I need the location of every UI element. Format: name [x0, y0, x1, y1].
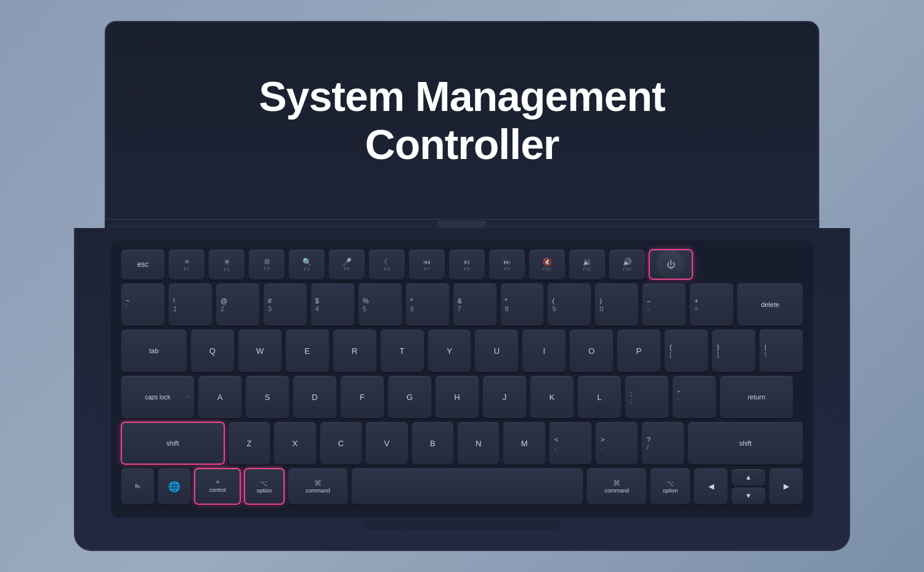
key-r[interactable]: R: [333, 329, 377, 372]
key-arrow-right[interactable]: ▶: [769, 468, 803, 505]
key-command-right[interactable]: ⌘ command: [586, 468, 647, 505]
key-bracket-right[interactable]: } ]: [711, 329, 756, 372]
key-0[interactable]: ) 0: [594, 283, 639, 326]
caps-lock-indicator: [186, 396, 189, 399]
fn-row: esc ☀ F1 ☀ F2 ⊞ F3 🔍 F4: [121, 249, 803, 280]
key-5[interactable]: % 5: [358, 283, 402, 326]
number-row: ~ ` ! 1 @ 2 # 3 $ 4: [121, 283, 803, 326]
zxcv-row: shift Z X C V B N M < , > . ?: [121, 422, 803, 465]
key-f1[interactable]: ☀ F1: [168, 249, 205, 280]
key-n[interactable]: N: [457, 422, 500, 465]
key-8[interactable]: * 8: [500, 283, 545, 326]
key-d[interactable]: D: [293, 375, 337, 419]
key-globe[interactable]: 🌐: [158, 468, 192, 505]
key-h[interactable]: H: [435, 375, 479, 419]
screen-title: System Management Controller: [259, 72, 665, 168]
key-i[interactable]: I: [522, 329, 566, 372]
key-f4[interactable]: 🔍 F4: [288, 249, 325, 280]
key-e[interactable]: E: [285, 329, 330, 372]
key-command-left[interactable]: ⌘ command: [288, 468, 348, 505]
asdf-row: caps lock A S D F G H J K L : ; " ': [121, 375, 803, 419]
key-c[interactable]: C: [320, 422, 362, 465]
key-quote[interactable]: " ': [672, 375, 716, 419]
key-semicolon[interactable]: : ;: [625, 375, 669, 419]
key-esc[interactable]: esc: [121, 249, 165, 280]
key-u[interactable]: U: [474, 329, 519, 372]
key-w[interactable]: W: [238, 329, 282, 372]
key-f2[interactable]: ☀ F2: [208, 249, 245, 280]
key-option-right[interactable]: ⌥ option: [650, 468, 691, 505]
title-line1: System Management: [259, 73, 665, 120]
key-f12[interactable]: 🔊 F12: [609, 249, 646, 280]
key-7[interactable]: & 7: [453, 283, 497, 326]
key-arrow-down[interactable]: ▼: [731, 487, 766, 505]
trackpad-hint: [363, 520, 561, 530]
key-j[interactable]: J: [482, 375, 527, 419]
key-fn[interactable]: fn: [121, 468, 155, 505]
key-shift-left[interactable]: shift: [121, 422, 225, 465]
key-y[interactable]: Y: [428, 329, 472, 372]
hinge-notch: [437, 221, 487, 227]
key-backtick[interactable]: ~ `: [121, 283, 165, 326]
key-delete[interactable]: delete: [737, 283, 803, 326]
key-equals[interactable]: + =: [689, 283, 734, 326]
title-line2: Controller: [365, 121, 559, 168]
bottom-row: fn 🌐 ^ control ⌥ option ⌘ command: [121, 468, 803, 505]
laptop-lid: System Management Controller: [105, 21, 819, 220]
qwerty-row: tab Q W E R T Y U I O P { [ } ]: [121, 329, 803, 372]
key-l[interactable]: L: [577, 375, 622, 419]
key-3[interactable]: # 3: [263, 283, 307, 326]
key-f11[interactable]: 🔉 F11: [569, 249, 606, 280]
key-return[interactable]: return: [719, 375, 793, 419]
key-bracket-left[interactable]: { [: [664, 329, 708, 372]
keyboard-body: esc ☀ F1 ☀ F2 ⊞ F3 🔍 F4: [74, 228, 850, 551]
key-6[interactable]: ^ 6: [405, 283, 450, 326]
key-shift-right[interactable]: shift: [687, 422, 803, 465]
macbook-container: System Management Controller esc ☀ F1 ☀ …: [62, 21, 862, 551]
key-v[interactable]: V: [365, 422, 408, 465]
arrow-keys: ◀ ▲ ▼ ▶: [694, 468, 803, 505]
key-control[interactable]: ^ control: [194, 468, 241, 505]
key-a[interactable]: A: [198, 375, 242, 419]
power-button-inner: ⏻: [657, 250, 685, 279]
key-f6[interactable]: ☾ F6: [368, 249, 405, 280]
key-tab[interactable]: tab: [121, 329, 187, 372]
key-4[interactable]: $ 4: [310, 283, 355, 326]
key-power[interactable]: ⏻: [649, 249, 693, 280]
keyboard-area: esc ☀ F1 ☀ F2 ⊞ F3 🔍 F4: [111, 240, 813, 518]
key-backslash[interactable]: | \: [759, 329, 803, 372]
key-f7[interactable]: ⏮ F7: [408, 249, 445, 280]
key-f3[interactable]: ⊞ F3: [248, 249, 285, 280]
key-o[interactable]: O: [569, 329, 614, 372]
key-9[interactable]: ( 9: [547, 283, 591, 326]
key-arrow-up[interactable]: ▲: [731, 468, 766, 486]
key-p[interactable]: P: [617, 329, 661, 372]
key-2[interactable]: @ 2: [216, 283, 260, 326]
key-x[interactable]: X: [274, 422, 316, 465]
key-f[interactable]: F: [340, 375, 384, 419]
key-g[interactable]: G: [387, 375, 432, 419]
up-down-arrows: ▲ ▼: [731, 468, 766, 505]
key-q[interactable]: Q: [190, 329, 235, 372]
key-option-left[interactable]: ⌥ option: [244, 468, 285, 505]
hinge: [105, 220, 819, 228]
key-comma[interactable]: < ,: [549, 422, 592, 465]
key-m[interactable]: M: [503, 422, 545, 465]
key-f9[interactable]: ⏭ F9: [488, 249, 525, 280]
key-b[interactable]: B: [411, 422, 454, 465]
key-t[interactable]: T: [380, 329, 424, 372]
key-minus[interactable]: – -: [642, 283, 686, 326]
key-f5[interactable]: 🎤 F5: [328, 249, 365, 280]
key-s[interactable]: S: [245, 375, 290, 419]
key-caps-lock[interactable]: caps lock: [121, 375, 195, 419]
key-period[interactable]: > .: [595, 422, 638, 465]
key-f10[interactable]: 🔇 F10: [529, 249, 565, 280]
bottom-strip: [74, 519, 850, 531]
key-slash[interactable]: ? /: [641, 422, 684, 465]
key-k[interactable]: K: [530, 375, 574, 419]
key-z[interactable]: Z: [228, 422, 270, 465]
key-space[interactable]: [351, 468, 583, 505]
key-1[interactable]: ! 1: [168, 283, 213, 326]
key-f8[interactable]: ⏯ F8: [448, 249, 485, 280]
key-arrow-left[interactable]: ◀: [694, 468, 728, 505]
